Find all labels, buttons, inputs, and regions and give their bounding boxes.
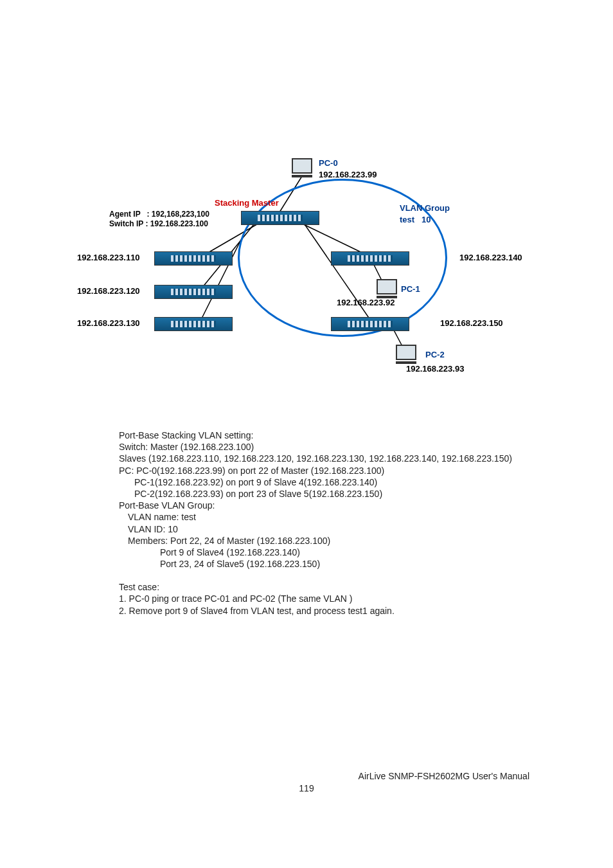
pc2-name: PC-2 <box>425 350 445 359</box>
switch-ip-label: Switch IP : 192.168.223.100 <box>109 219 208 228</box>
pc0-name: PC-0 <box>319 158 338 168</box>
testcase-heading: Test case: <box>119 581 517 593</box>
body-line-6: PC-2(192.168.223.93) on port 23 of Slave… <box>119 488 517 500</box>
body-text: Port-Base Stacking VLAN setting: Switch:… <box>119 429 517 617</box>
slave3-switch-icon <box>154 317 233 331</box>
vlan-group-title: VLAN Group <box>400 203 450 213</box>
body-line-12: Port 23, 24 of Slave5 (192.168.223.150) <box>119 558 517 570</box>
body-line-10: Members: Port 22, 24 of Master (192.168.… <box>119 535 517 547</box>
slave2-switch-icon <box>154 285 233 299</box>
slave4-switch-icon <box>331 251 409 266</box>
switch-ip-value: : 192.168.223.100 <box>145 219 208 228</box>
pc2-icon <box>396 345 416 363</box>
master-switch-icon <box>241 211 319 225</box>
body-line-7: Port-Base VLAN Group: <box>119 500 517 511</box>
body-line-4: PC: PC-0(192.168.223.99) on port 22 of M… <box>119 465 517 476</box>
testcase-2: 2. Remove port 9 of Slave4 from VLAN tes… <box>119 605 517 617</box>
slave3-ip: 192.168.223.130 <box>77 318 140 328</box>
testcase-1: 1. PC-0 ping or trace PC-01 and PC-02 (T… <box>119 593 517 604</box>
slave1-ip: 192.168.223.110 <box>77 253 140 262</box>
pc1-ip: 192.168.223.92 <box>337 298 395 307</box>
slave5-switch-icon <box>331 317 409 331</box>
network-diagram: PC-0 192.168.223.99 Stacking Master Agen… <box>71 153 540 384</box>
vlan-id: 10 <box>422 215 431 224</box>
switch-ip-key: Switch IP <box>109 219 143 228</box>
slave1-switch-icon <box>154 251 233 266</box>
agent-ip-label: Agent IP : 192,168,223,100 <box>109 210 209 219</box>
agent-ip-value: : 192,168,223,100 <box>147 210 209 219</box>
agent-ip-key: Agent IP <box>109 210 140 219</box>
vlan-group-name-id: test 10 <box>400 215 431 224</box>
slave4-ip: 192.168.223.140 <box>459 253 522 262</box>
body-line-1: Port-Base Stacking VLAN setting: <box>119 429 517 441</box>
page-number: 119 <box>0 783 613 793</box>
body-line-11: Port 9 of Slave4 (192.168.223.140) <box>119 547 517 558</box>
pc0-icon <box>292 158 312 176</box>
slave5-ip: 192.168.223.150 <box>440 318 503 328</box>
body-line-9: VLAN ID: 10 <box>119 523 517 535</box>
body-line-5: PC-1(192.168.223.92) on port 9 of Slave … <box>119 476 517 488</box>
pc2-ip: 192.168.223.93 <box>406 364 464 374</box>
slave2-ip: 192.168.223.120 <box>77 286 140 296</box>
vlan-name: test <box>400 215 414 224</box>
stacking-master-title: Stacking Master <box>215 198 279 208</box>
footer-manual-title: AirLive SNMP-FSH2602MG User's Manual <box>359 771 529 781</box>
body-line-8: VLAN name: test <box>119 511 517 523</box>
pc1-icon <box>377 279 397 297</box>
pc1-name: PC-1 <box>401 284 420 294</box>
body-line-3: Slaves (192.168.223.110, 192.168.223.120… <box>119 453 517 464</box>
body-line-2: Switch: Master (192.168.223.100) <box>119 441 517 453</box>
pc0-ip: 192.168.223.99 <box>319 170 377 179</box>
